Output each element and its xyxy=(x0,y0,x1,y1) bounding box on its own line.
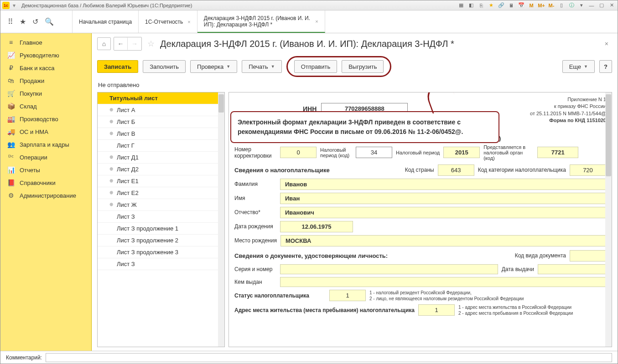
pob-input[interactable]: МОСКВА xyxy=(280,235,606,246)
history-icon[interactable]: ↺ xyxy=(32,17,38,26)
expand-icon[interactable]: ⊕ xyxy=(109,178,113,183)
search-icon[interactable]: 🔍 xyxy=(45,17,54,26)
tree-item[interactable]: Лист З xyxy=(98,258,224,270)
expand-icon[interactable]: ⊕ xyxy=(109,166,113,171)
scrollbar[interactable] xyxy=(218,92,224,347)
tree-item[interactable]: ⊕Лист Д1 xyxy=(98,152,224,164)
sidebar-item[interactable]: 🚚ОС и НМА xyxy=(0,125,91,138)
dob-input[interactable]: 12.06.1975 xyxy=(280,221,353,232)
tree-item[interactable]: Лист З xyxy=(98,211,224,223)
sidebar-item[interactable]: 📈Руководителю xyxy=(0,49,91,62)
name-input[interactable]: Иван xyxy=(280,193,606,204)
doccode-label: Код вида документа xyxy=(515,252,566,259)
tab-declaration[interactable]: Декларация 3-НДФЛ 2015 г. (Иванов И. И. … xyxy=(197,10,325,33)
expand-icon[interactable]: ⊕ xyxy=(109,131,113,136)
more-button[interactable]: Еще▼ xyxy=(562,60,595,73)
home-button[interactable]: ⌂ xyxy=(97,37,111,50)
info-icon[interactable]: ⓘ xyxy=(567,2,576,9)
taxyear-value[interactable]: 2015 xyxy=(443,147,480,158)
close-doc-icon[interactable]: × xyxy=(601,38,612,49)
sidebar-item[interactable]: 👥Зарплата и кадры xyxy=(0,138,91,151)
tb-icon-link[interactable]: 🔗 xyxy=(497,2,505,9)
tree-item[interactable]: ⊕Лист А xyxy=(98,104,224,116)
tree-item[interactable]: Лист Г xyxy=(98,140,224,152)
expand-icon[interactable]: ⊕ xyxy=(109,154,113,159)
sidebar-item[interactable]: ⚙Администрирование xyxy=(0,189,91,202)
issuedate-input[interactable] xyxy=(538,264,606,274)
organ-value[interactable]: 7721 xyxy=(537,147,578,158)
sidebar-item[interactable]: 🛍Продажи xyxy=(0,74,91,87)
sidebar-item[interactable]: ₽Банк и касса xyxy=(0,62,91,74)
back-button[interactable]: ← xyxy=(114,37,128,50)
panel-icon[interactable]: ▯ xyxy=(557,2,566,9)
minimize-icon[interactable]: — xyxy=(587,2,596,9)
taxcode-value: 34 xyxy=(356,147,392,158)
tree-item[interactable]: Лист З продолжение 2 xyxy=(98,235,224,246)
tb-icon-2[interactable]: ◧ xyxy=(467,2,475,9)
star-icon[interactable]: ★ xyxy=(20,17,26,26)
close-window-icon[interactable]: ✕ xyxy=(608,2,616,9)
tree-item[interactable]: ⊕Лист В xyxy=(98,128,224,140)
help-button[interactable]: ? xyxy=(599,60,612,73)
sidebar-item[interactable]: 🛒Покупки xyxy=(0,87,91,100)
sidebar-icon: 🚚 xyxy=(7,128,15,135)
country-value[interactable]: 643 xyxy=(438,164,474,176)
close-icon[interactable]: × xyxy=(187,19,190,25)
doccode-input[interactable] xyxy=(570,250,606,261)
patr-input[interactable]: Иванович xyxy=(280,207,606,218)
issuer-input[interactable] xyxy=(280,277,606,287)
sidebar-item[interactable]: 📦Склад xyxy=(0,100,91,113)
tab-reporting[interactable]: 1С-Отчетность× xyxy=(139,10,197,33)
maximize-icon[interactable]: ▢ xyxy=(597,2,606,9)
comment-input[interactable] xyxy=(46,353,612,362)
tree-item[interactable]: ⊕Лист Е1 xyxy=(98,175,224,187)
status-value[interactable]: 1 xyxy=(329,290,366,301)
surname-input[interactable]: Иванов xyxy=(280,179,606,190)
tree-item[interactable]: Титульный лист xyxy=(98,92,224,104)
tab-home[interactable]: Начальная страница xyxy=(73,10,139,33)
export-button[interactable]: Выгрузить xyxy=(342,60,384,73)
calendar-icon[interactable]: 📅 xyxy=(517,2,525,9)
sidebar-item[interactable]: 🏭Производство xyxy=(0,113,91,125)
sidebar-item[interactable]: ≡Главное xyxy=(0,36,91,49)
write-button[interactable]: Записать xyxy=(97,60,138,73)
sidebar-item[interactable]: 📕Справочники xyxy=(0,176,91,189)
print-button[interactable]: Печать▼ xyxy=(242,60,282,73)
memory-mminus[interactable]: M- xyxy=(547,2,556,9)
sidebar-item[interactable]: ᴰᶜОперации xyxy=(0,151,91,164)
issuer-label: Кем выдан xyxy=(234,279,276,285)
calculator-icon[interactable]: 🖩 xyxy=(507,2,515,9)
category-value[interactable]: 720 xyxy=(570,164,606,176)
scrollbar[interactable] xyxy=(605,92,612,347)
tb-icon-3[interactable]: ⎘ xyxy=(477,2,485,9)
expand-icon[interactable]: ⊕ xyxy=(109,190,113,195)
addr-value[interactable]: 1 xyxy=(418,304,455,316)
dropdown-icon[interactable]: ▾ xyxy=(577,2,586,9)
tree-item[interactable]: Лист З продолжение 3 xyxy=(98,246,224,258)
check-button[interactable]: Проверка▼ xyxy=(190,60,237,73)
corr-value[interactable]: 0 xyxy=(280,147,317,158)
tree-item[interactable]: ⊕Лист Д2 xyxy=(98,164,224,175)
expand-icon[interactable]: ⊕ xyxy=(109,107,113,112)
tb-icon-1[interactable]: ▦ xyxy=(457,2,465,9)
memory-m[interactable]: M xyxy=(527,2,535,9)
sheet-tree[interactable]: Титульный лист⊕Лист А⊕Лист Б⊕Лист ВЛист … xyxy=(97,92,225,347)
tree-item[interactable]: ⊕Лист Ж xyxy=(98,199,224,211)
fill-button[interactable]: Заполнить xyxy=(143,60,186,73)
expand-icon[interactable]: ⊕ xyxy=(109,119,113,124)
favorite-icon[interactable]: ★ xyxy=(487,2,495,9)
expand-icon[interactable]: ⊕ xyxy=(109,202,113,207)
sidebar-icon: ⚙ xyxy=(7,192,15,199)
close-icon[interactable]: × xyxy=(315,19,318,24)
tree-item[interactable]: Лист З продолжение 1 xyxy=(98,223,224,235)
apps-icon[interactable]: ⠿ xyxy=(8,17,13,26)
nav-back-icon[interactable]: ▾ xyxy=(10,2,18,9)
section-doc: Сведения о документе, удостоверяющем лич… xyxy=(234,252,388,259)
serial-input[interactable] xyxy=(280,264,498,274)
tree-item[interactable]: ⊕Лист Б xyxy=(98,116,224,128)
star-outline-icon[interactable]: ☆ xyxy=(147,39,155,49)
memory-mplus[interactable]: M+ xyxy=(537,2,545,9)
send-button[interactable]: Отправить xyxy=(294,60,337,73)
sidebar-item[interactable]: 📊Отчеты xyxy=(0,164,91,176)
tree-item[interactable]: ⊕Лист Е2 xyxy=(98,187,224,199)
